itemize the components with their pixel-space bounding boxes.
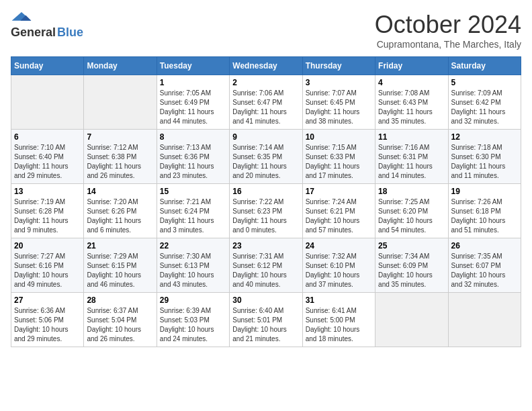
day-of-week-header: Wednesday bbox=[230, 57, 302, 75]
calendar-week-row: 13Sunrise: 7:19 AM Sunset: 6:28 PM Dayli… bbox=[11, 184, 521, 238]
calendar-cell: 10Sunrise: 7:15 AM Sunset: 6:33 PM Dayli… bbox=[302, 130, 375, 184]
day-number: 25 bbox=[378, 241, 445, 250]
day-detail: Sunrise: 7:35 AM Sunset: 6:07 PM Dayligh… bbox=[451, 252, 518, 289]
day-number: 17 bbox=[306, 187, 372, 196]
month-title: October 2024 bbox=[375, 11, 521, 39]
calendar-cell: 19Sunrise: 7:26 AM Sunset: 6:18 PM Dayli… bbox=[448, 184, 521, 238]
logo: General Blue bbox=[11, 11, 83, 40]
day-number: 11 bbox=[378, 132, 445, 142]
calendar-cell: 3Sunrise: 7:07 AM Sunset: 6:45 PM Daylig… bbox=[302, 75, 375, 130]
day-detail: Sunrise: 7:26 AM Sunset: 6:18 PM Dayligh… bbox=[451, 197, 518, 235]
day-of-week-header: Saturday bbox=[448, 57, 521, 75]
day-number: 8 bbox=[160, 132, 226, 142]
day-of-week-header: Monday bbox=[84, 57, 157, 75]
calendar-header-row: SundayMondayTuesdayWednesdayThursdayFrid… bbox=[11, 57, 521, 75]
day-detail: Sunrise: 6:40 AM Sunset: 5:01 PM Dayligh… bbox=[232, 306, 299, 344]
day-detail: Sunrise: 7:07 AM Sunset: 6:45 PM Dayligh… bbox=[306, 89, 372, 126]
calendar-cell bbox=[11, 75, 84, 130]
calendar-cell: 9Sunrise: 7:14 AM Sunset: 6:35 PM Daylig… bbox=[230, 130, 302, 184]
day-detail: Sunrise: 7:14 AM Sunset: 6:35 PM Dayligh… bbox=[232, 143, 299, 181]
day-number: 20 bbox=[14, 241, 81, 250]
day-number: 26 bbox=[451, 241, 518, 250]
calendar-cell: 29Sunrise: 6:39 AM Sunset: 5:03 PM Dayli… bbox=[157, 293, 229, 347]
calendar-cell: 23Sunrise: 7:31 AM Sunset: 6:12 PM Dayli… bbox=[230, 238, 302, 293]
title-section: October 2024 Cupramontana, The Marches, … bbox=[375, 11, 521, 50]
day-detail: Sunrise: 7:24 AM Sunset: 6:21 PM Dayligh… bbox=[306, 197, 372, 235]
calendar-cell: 6Sunrise: 7:10 AM Sunset: 6:40 PM Daylig… bbox=[11, 130, 84, 184]
day-number: 28 bbox=[87, 295, 153, 305]
calendar-week-row: 20Sunrise: 7:27 AM Sunset: 6:16 PM Dayli… bbox=[11, 238, 521, 293]
day-number: 13 bbox=[14, 187, 81, 196]
calendar-table: SundayMondayTuesdayWednesdayThursdayFrid… bbox=[11, 56, 521, 347]
day-detail: Sunrise: 7:16 AM Sunset: 6:31 PM Dayligh… bbox=[378, 143, 445, 181]
calendar-cell bbox=[375, 293, 448, 347]
calendar-cell: 21Sunrise: 7:29 AM Sunset: 6:15 PM Dayli… bbox=[84, 238, 157, 293]
day-detail: Sunrise: 7:20 AM Sunset: 6:26 PM Dayligh… bbox=[87, 197, 153, 235]
calendar-cell: 8Sunrise: 7:13 AM Sunset: 6:36 PM Daylig… bbox=[157, 130, 229, 184]
day-detail: Sunrise: 7:21 AM Sunset: 6:24 PM Dayligh… bbox=[160, 197, 226, 235]
logo-general: General bbox=[11, 26, 56, 40]
calendar-cell: 31Sunrise: 6:41 AM Sunset: 5:00 PM Dayli… bbox=[302, 293, 375, 347]
day-detail: Sunrise: 7:34 AM Sunset: 6:09 PM Dayligh… bbox=[378, 252, 445, 289]
day-of-week-header: Thursday bbox=[302, 57, 375, 75]
day-detail: Sunrise: 7:08 AM Sunset: 6:43 PM Dayligh… bbox=[378, 89, 445, 126]
day-number: 7 bbox=[87, 132, 153, 142]
location-title: Cupramontana, The Marches, Italy bbox=[375, 39, 521, 50]
day-detail: Sunrise: 7:30 AM Sunset: 6:13 PM Dayligh… bbox=[160, 252, 226, 289]
day-detail: Sunrise: 7:06 AM Sunset: 6:47 PM Dayligh… bbox=[232, 89, 299, 126]
page-header: General Blue October 2024 Cupramontana, … bbox=[11, 11, 521, 50]
day-number: 29 bbox=[160, 295, 226, 305]
day-detail: Sunrise: 7:12 AM Sunset: 6:38 PM Dayligh… bbox=[87, 143, 153, 181]
day-detail: Sunrise: 7:13 AM Sunset: 6:36 PM Dayligh… bbox=[160, 143, 226, 181]
calendar-cell: 4Sunrise: 7:08 AM Sunset: 6:43 PM Daylig… bbox=[375, 75, 448, 130]
calendar-cell: 28Sunrise: 6:37 AM Sunset: 5:04 PM Dayli… bbox=[84, 293, 157, 347]
calendar-cell: 11Sunrise: 7:16 AM Sunset: 6:31 PM Dayli… bbox=[375, 130, 448, 184]
calendar-cell: 13Sunrise: 7:19 AM Sunset: 6:28 PM Dayli… bbox=[11, 184, 84, 238]
calendar-cell: 12Sunrise: 7:18 AM Sunset: 6:30 PM Dayli… bbox=[448, 130, 521, 184]
day-detail: Sunrise: 7:27 AM Sunset: 6:16 PM Dayligh… bbox=[14, 252, 81, 289]
day-detail: Sunrise: 7:05 AM Sunset: 6:49 PM Dayligh… bbox=[160, 89, 226, 126]
calendar-cell: 24Sunrise: 7:32 AM Sunset: 6:10 PM Dayli… bbox=[302, 238, 375, 293]
day-detail: Sunrise: 7:22 AM Sunset: 6:23 PM Dayligh… bbox=[232, 197, 299, 235]
day-number: 21 bbox=[87, 241, 153, 250]
calendar-cell: 17Sunrise: 7:24 AM Sunset: 6:21 PM Dayli… bbox=[302, 184, 375, 238]
day-number: 19 bbox=[451, 187, 518, 196]
day-number: 2 bbox=[232, 78, 299, 87]
calendar-cell: 18Sunrise: 7:25 AM Sunset: 6:20 PM Dayli… bbox=[375, 184, 448, 238]
day-number: 31 bbox=[306, 295, 372, 305]
day-detail: Sunrise: 7:25 AM Sunset: 6:20 PM Dayligh… bbox=[378, 197, 445, 235]
calendar-cell bbox=[448, 293, 521, 347]
day-detail: Sunrise: 6:36 AM Sunset: 5:06 PM Dayligh… bbox=[14, 306, 81, 344]
day-number: 4 bbox=[378, 78, 445, 87]
calendar-week-row: 1Sunrise: 7:05 AM Sunset: 6:49 PM Daylig… bbox=[11, 75, 521, 130]
day-of-week-header: Sunday bbox=[11, 57, 84, 75]
day-detail: Sunrise: 7:19 AM Sunset: 6:28 PM Dayligh… bbox=[14, 197, 81, 235]
day-of-week-header: Friday bbox=[375, 57, 448, 75]
calendar-week-row: 6Sunrise: 7:10 AM Sunset: 6:40 PM Daylig… bbox=[11, 130, 521, 184]
day-number: 16 bbox=[232, 187, 299, 196]
day-number: 23 bbox=[232, 241, 299, 250]
day-number: 10 bbox=[306, 132, 372, 142]
calendar-body: 1Sunrise: 7:05 AM Sunset: 6:49 PM Daylig… bbox=[11, 75, 521, 347]
calendar-cell: 27Sunrise: 6:36 AM Sunset: 5:06 PM Dayli… bbox=[11, 293, 84, 347]
day-number: 14 bbox=[87, 187, 153, 196]
day-number: 22 bbox=[160, 241, 226, 250]
day-number: 6 bbox=[14, 132, 81, 142]
day-detail: Sunrise: 7:31 AM Sunset: 6:12 PM Dayligh… bbox=[232, 252, 299, 289]
day-number: 1 bbox=[160, 78, 226, 87]
calendar-cell: 30Sunrise: 6:40 AM Sunset: 5:01 PM Dayli… bbox=[230, 293, 302, 347]
day-detail: Sunrise: 7:15 AM Sunset: 6:33 PM Dayligh… bbox=[306, 143, 372, 181]
day-number: 18 bbox=[378, 187, 445, 196]
calendar-cell: 15Sunrise: 7:21 AM Sunset: 6:24 PM Dayli… bbox=[157, 184, 229, 238]
calendar-cell: 14Sunrise: 7:20 AM Sunset: 6:26 PM Dayli… bbox=[84, 184, 157, 238]
day-detail: Sunrise: 7:09 AM Sunset: 6:42 PM Dayligh… bbox=[451, 89, 518, 126]
day-number: 12 bbox=[451, 132, 518, 142]
calendar-cell: 5Sunrise: 7:09 AM Sunset: 6:42 PM Daylig… bbox=[448, 75, 521, 130]
calendar-cell: 1Sunrise: 7:05 AM Sunset: 6:49 PM Daylig… bbox=[157, 75, 229, 130]
day-detail: Sunrise: 6:41 AM Sunset: 5:00 PM Dayligh… bbox=[306, 306, 372, 344]
day-of-week-header: Tuesday bbox=[157, 57, 229, 75]
calendar-cell: 20Sunrise: 7:27 AM Sunset: 6:16 PM Dayli… bbox=[11, 238, 84, 293]
calendar-cell: 26Sunrise: 7:35 AM Sunset: 6:07 PM Dayli… bbox=[448, 238, 521, 293]
calendar-week-row: 27Sunrise: 6:36 AM Sunset: 5:06 PM Dayli… bbox=[11, 293, 521, 347]
day-detail: Sunrise: 7:10 AM Sunset: 6:40 PM Dayligh… bbox=[14, 143, 81, 181]
